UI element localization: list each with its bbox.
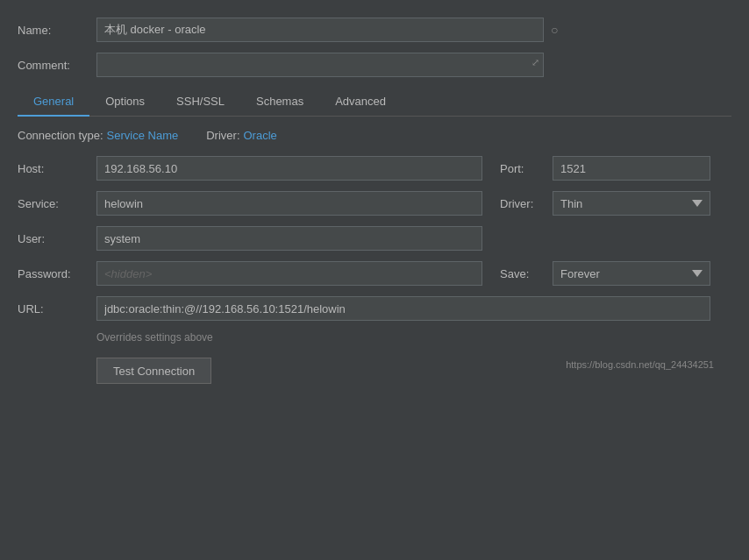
driver-select-label: Driver: <box>500 197 553 210</box>
footer-link: https://blog.csdn.net/qq_24434251 <box>566 359 714 370</box>
connection-type-row: Connection type: Service Name Driver: Or… <box>18 129 731 142</box>
connection-type-value[interactable]: Service Name <box>107 129 179 142</box>
user-input[interactable] <box>96 226 482 251</box>
expand-icon[interactable]: ⤢ <box>531 57 539 68</box>
overrides-text: Overrides settings above <box>96 331 731 344</box>
tab-schemas[interactable]: Schemas <box>240 88 319 117</box>
tab-options[interactable]: Options <box>89 88 160 117</box>
comment-label: Comment: <box>18 59 96 72</box>
driver-info-value[interactable]: Oracle <box>244 129 277 142</box>
password-label: Password: <box>18 267 96 280</box>
port-label: Port: <box>500 162 553 175</box>
comment-input[interactable] <box>96 53 544 77</box>
save-select[interactable]: Forever Until restart Never Prompt <box>553 261 710 286</box>
save-label: Save: <box>500 267 553 280</box>
service-label: Service: <box>18 197 96 210</box>
user-label: User: <box>18 232 96 245</box>
driver-select[interactable]: Thin OCI <box>553 191 710 216</box>
host-input[interactable] <box>96 156 482 181</box>
connection-type-label: Connection type: <box>18 129 103 142</box>
tab-advanced[interactable]: Advanced <box>319 88 402 117</box>
driver-info-label: Driver: <box>206 129 239 142</box>
password-input[interactable] <box>96 261 482 286</box>
host-label: Host: <box>18 162 96 175</box>
test-connection-button[interactable]: Test Connection <box>96 358 211 384</box>
name-input[interactable] <box>96 18 544 42</box>
port-input[interactable] <box>553 156 710 181</box>
service-input[interactable] <box>96 191 482 216</box>
url-label: URL: <box>18 302 96 315</box>
tabs-container: General Options SSH/SSL Schemas Advanced <box>18 88 731 117</box>
tab-sshssl[interactable]: SSH/SSL <box>160 88 240 117</box>
url-input[interactable] <box>96 296 710 321</box>
name-field-icon: ○ <box>551 23 558 37</box>
name-label: Name: <box>18 24 96 37</box>
tab-general[interactable]: General <box>18 88 89 117</box>
